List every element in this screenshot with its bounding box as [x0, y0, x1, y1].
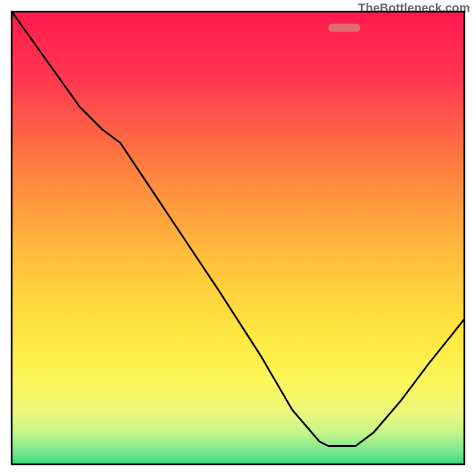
chart-frame: TheBottleneck.com — [0, 0, 476, 476]
chart-background-gradient — [12, 12, 464, 464]
chart-canvas — [12, 12, 464, 464]
optimum-marker — [328, 24, 360, 32]
